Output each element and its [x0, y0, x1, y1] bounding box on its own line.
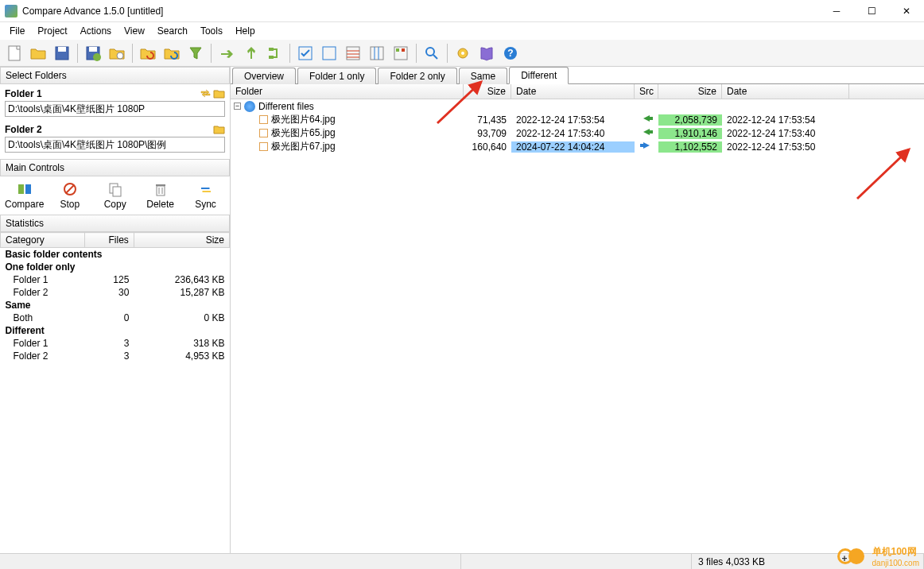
folder2-input[interactable]: D:\tools\桌面\4K壁纸图片 1080P\图例: [5, 137, 225, 153]
list3-icon[interactable]: [390, 42, 412, 64]
folder-refresh2-icon[interactable]: [161, 42, 183, 64]
svg-rect-2: [58, 47, 66, 52]
col-size1[interactable]: Size: [464, 84, 511, 99]
file-row[interactable]: 极光图片64.jpg71,4352022-12-24 17:53:542,058…: [231, 113, 924, 126]
menu-file[interactable]: File: [3, 24, 31, 38]
filter-icon[interactable]: [184, 42, 207, 64]
menu-search[interactable]: Search: [151, 24, 194, 38]
tab-folder2-only[interactable]: Folder 2 only: [378, 68, 456, 84]
list1-icon[interactable]: [342, 42, 364, 64]
file-icon: [259, 142, 268, 151]
tab-same[interactable]: Same: [459, 68, 507, 84]
stats-col-category[interactable]: Category: [1, 233, 85, 248]
stop-button[interactable]: Stop: [49, 180, 91, 211]
group-icon: [244, 101, 255, 112]
src-arrow-icon: [635, 141, 658, 153]
tab-bar: Overview Folder 1 only Folder 2 only Sam…: [231, 67, 924, 84]
svg-point-22: [461, 52, 464, 55]
file-row[interactable]: 极光图片65.jpg93,7092022-12-24 17:53:401,910…: [231, 126, 924, 140]
right-panel: Overview Folder 1 only Folder 2 only Sam…: [231, 67, 924, 553]
open-icon[interactable]: [27, 42, 49, 64]
swap-folders-icon[interactable]: [200, 87, 212, 99]
folder1-label: Folder 1: [5, 88, 42, 99]
svg-rect-18: [402, 48, 405, 52]
folder1-input[interactable]: D:\tools\桌面\4K壁纸图片 1080P: [5, 101, 225, 117]
app-icon: [5, 5, 17, 17]
browse-folder2-icon[interactable]: [213, 123, 225, 135]
file-icon: [259, 129, 268, 137]
group-row[interactable]: − Different files: [231, 99, 924, 113]
select-folders-header: Select Folders: [0, 67, 230, 84]
folder-refresh1-icon[interactable]: [137, 42, 159, 64]
save-icon[interactable]: [51, 42, 73, 64]
menu-tools[interactable]: Tools: [194, 24, 229, 38]
close-button[interactable]: ✕: [889, 0, 924, 22]
maximize-button[interactable]: ☐: [854, 0, 889, 22]
list2-icon[interactable]: [366, 42, 388, 64]
sync-button[interactable]: Sync: [184, 180, 227, 211]
col-date2[interactable]: Date: [722, 84, 849, 99]
tab-folder1-only[interactable]: Folder 1 only: [297, 68, 376, 84]
title-bar: Compare Advance 1.5.0 [untitled] ─ ☐ ✕: [0, 0, 924, 22]
statistics-header: Statistics: [0, 215, 230, 232]
svg-rect-13: [371, 47, 383, 60]
svg-rect-25: [18, 184, 24, 194]
col-date1[interactable]: Date: [511, 84, 635, 99]
file-icon: [259, 115, 268, 124]
main-controls-header: Main Controls: [0, 159, 230, 176]
statistics-table: CategoryFilesSize Basic folder contents …: [0, 232, 230, 362]
svg-rect-4: [89, 47, 97, 52]
src-arrow-icon: [635, 114, 658, 126]
uncheck-icon[interactable]: [318, 42, 340, 64]
search-icon[interactable]: [421, 42, 443, 64]
left-panel: Select Folders Folder 1 D:\tools\桌面\4K壁纸…: [0, 67, 231, 553]
compare-button[interactable]: Compare: [3, 180, 45, 211]
folder-open-icon[interactable]: [106, 42, 128, 64]
col-src[interactable]: Src: [635, 84, 658, 99]
tab-overview[interactable]: Overview: [232, 68, 296, 84]
arrow-tree-icon[interactable]: [263, 42, 285, 64]
tab-different[interactable]: Different: [509, 67, 569, 84]
watermark-logo-icon: +: [837, 546, 869, 567]
copy-button[interactable]: Copy: [94, 180, 136, 211]
svg-rect-31: [157, 186, 165, 195]
svg-rect-30: [113, 187, 121, 196]
src-arrow-icon: [635, 127, 658, 139]
svg-rect-9: [347, 47, 359, 60]
svg-rect-17: [396, 48, 399, 52]
svg-rect-0: [9, 46, 20, 60]
check-icon[interactable]: [294, 42, 316, 64]
menu-help[interactable]: Help: [229, 24, 262, 38]
menu-project[interactable]: Project: [31, 24, 73, 38]
stats-col-files[interactable]: Files: [85, 233, 134, 248]
save-as-icon[interactable]: [82, 42, 104, 64]
browse-folder1-icon[interactable]: [213, 87, 225, 99]
svg-point-5: [93, 53, 101, 61]
new-icon[interactable]: [3, 42, 25, 64]
arrow-up-icon[interactable]: [239, 42, 262, 64]
arrow-right-icon[interactable]: [215, 42, 238, 64]
svg-rect-8: [323, 47, 336, 60]
window-title: Compare Advance 1.5.0 [untitled]: [22, 6, 819, 17]
minimize-button[interactable]: ─: [819, 0, 854, 22]
svg-point-6: [117, 52, 123, 59]
help-icon[interactable]: ?: [499, 42, 522, 64]
file-row[interactable]: 极光图片67.jpg160,6402024-07-22 14:04:241,10…: [231, 140, 924, 153]
col-size2[interactable]: Size: [658, 84, 722, 99]
menu-actions[interactable]: Actions: [74, 24, 118, 38]
svg-rect-26: [25, 184, 31, 194]
collapse-icon[interactable]: −: [234, 103, 241, 110]
svg-line-28: [66, 185, 74, 193]
menu-view[interactable]: View: [118, 24, 151, 38]
col-folder[interactable]: Folder: [231, 84, 464, 99]
stats-col-size[interactable]: Size: [134, 233, 229, 248]
gear-icon[interactable]: [452, 42, 474, 64]
delete-button[interactable]: Delete: [139, 180, 181, 211]
menu-bar: File Project Actions View Search Tools H…: [0, 22, 924, 40]
book-icon[interactable]: [476, 42, 498, 64]
status-bar: 3 files 4,033 KB: [0, 553, 924, 569]
file-list[interactable]: − Different files 极光图片64.jpg71,4352022-1…: [231, 99, 924, 553]
watermark: + 单机100网 danji100.com: [837, 545, 919, 567]
svg-text:?: ?: [507, 48, 513, 59]
toolbar: ?: [0, 40, 924, 67]
